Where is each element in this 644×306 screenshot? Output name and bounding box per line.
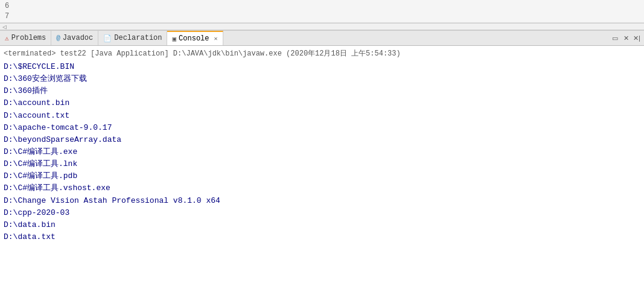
declaration-icon: 📄 xyxy=(103,34,112,42)
tab-console[interactable]: ▣ Console ✕ xyxy=(167,31,223,45)
console-line: D:\cpp-2020-03 xyxy=(2,207,642,219)
tab-javadoc-label: Javadoc xyxy=(63,34,93,42)
line-number-7: 7 xyxy=(5,12,639,21)
tab-bar: ⚠ Problems @ Javadoc 📄 Declaration ▣ Con… xyxy=(0,30,644,46)
hscroll-left-arrow[interactable]: ◁ xyxy=(2,23,7,31)
console-line: D:\C#编译工具.exe xyxy=(2,146,642,158)
console-line: D:\beyondSparseArray.data xyxy=(2,134,642,146)
console-line: D:\data.bin xyxy=(2,219,642,231)
javadoc-icon: @ xyxy=(56,34,60,42)
console-line: D:\C#编译工具.pdb xyxy=(2,170,642,182)
console-panel: <terminated> test22 [Java Application] D… xyxy=(0,46,644,306)
console-line: D:\account.txt xyxy=(2,110,642,122)
console-line: D:\Change Vision Astah Professional v8.1… xyxy=(2,195,642,207)
tab-problems-label: Problems xyxy=(11,34,46,42)
console-line: D:\360插件 xyxy=(2,85,642,97)
minimize-button[interactable]: ▭ xyxy=(610,33,620,43)
tab-declaration-label: Declaration xyxy=(114,34,162,42)
close-view-button[interactable]: ✕ xyxy=(621,33,631,43)
console-line: D:\C#编译工具.lnk xyxy=(2,158,642,170)
problems-icon: ⚠ xyxy=(5,34,9,42)
console-header: <terminated> test22 [Java Application] D… xyxy=(2,47,642,61)
tab-problems[interactable]: ⚠ Problems xyxy=(0,31,51,45)
console-output: D:\$RECYCLE.BIND:\360安全浏览器下载D:\360插件D:\a… xyxy=(2,61,642,243)
console-line: D:\$RECYCLE.BIN xyxy=(2,61,642,73)
console-line: D:\data.txt xyxy=(2,231,642,243)
console-line: D:\360安全浏览器下载 xyxy=(2,73,642,85)
console-line: D:\account.bin xyxy=(2,97,642,109)
console-icon: ▣ xyxy=(172,35,176,43)
tab-javadoc[interactable]: @ Javadoc xyxy=(51,31,98,45)
tab-bar-actions: ▭ ✕ ✕| xyxy=(610,33,644,43)
tab-declaration[interactable]: 📄 Declaration xyxy=(98,31,167,45)
view-menu-button[interactable]: ✕| xyxy=(632,33,642,43)
console-close-icon[interactable]: ✕ xyxy=(214,35,218,42)
line-number-6: 6 xyxy=(5,2,639,10)
tab-console-label: Console xyxy=(179,34,209,43)
hscroll-bar[interactable]: ◁ xyxy=(0,23,644,30)
line-numbers-bar: 6 7 xyxy=(0,0,644,23)
console-line: D:\C#编译工具.vshost.exe xyxy=(2,182,642,194)
console-line: D:\apache-tomcat-9.0.17 xyxy=(2,122,642,134)
